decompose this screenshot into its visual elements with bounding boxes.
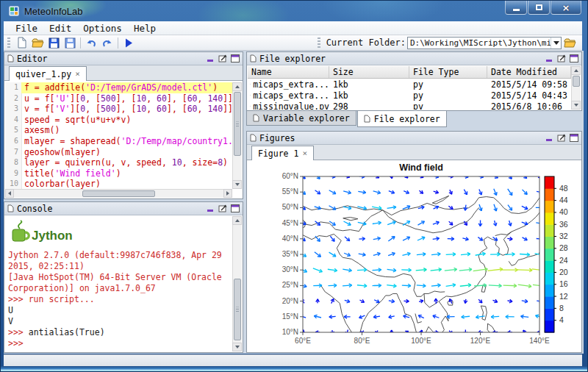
svg-text:60°E: 60°E — [295, 337, 311, 345]
panel-float-button[interactable] — [556, 134, 566, 142]
code-segment: ) — [116, 168, 121, 179]
file-row[interactable]: micaps_extra...1kbpy2015/5/14 04:43 — [248, 90, 571, 101]
scroll-down-button[interactable] — [232, 180, 242, 189]
panel-maximize-button[interactable] — [569, 54, 578, 62]
current-folder-value[interactable]: D:\Working\MIScript\Jython\mis — [408, 38, 551, 48]
combobox-dropdown-button[interactable] — [551, 37, 561, 49]
save-as-button[interactable] — [62, 36, 78, 50]
tab-variable-explorer[interactable]: Variable explorer — [246, 111, 356, 126]
app-icon — [8, 5, 20, 17]
panel-minimize-button[interactable] — [205, 204, 215, 212]
maximize-icon — [536, 4, 542, 10]
code-editor[interactable]: 1f = addfile('D:/Temp/GrADS/model.ctl')2… — [5, 82, 232, 189]
file-explorer-scrollbar[interactable] — [571, 66, 581, 110]
editor-horizontal-scrollbar[interactable] — [5, 189, 232, 198]
figures-panel-header[interactable]: Figures — [247, 132, 581, 145]
file-explorer-panel-header[interactable]: File explorer — [247, 52, 581, 65]
code-segment: f = addfile( — [24, 82, 85, 93]
scrollbar-thumb[interactable] — [234, 279, 241, 341]
scroll-down-button[interactable] — [571, 101, 581, 110]
panel-minimize-button[interactable] — [205, 54, 215, 62]
run-script-button[interactable] — [121, 36, 137, 50]
code-line[interactable]: 3v = f['V'][0, [500], [10, 60], [60, 140… — [5, 104, 232, 115]
code-line[interactable]: 4speed = sqrt(u*u+v*v) — [5, 115, 232, 126]
panel-float-button[interactable] — [218, 204, 227, 212]
code-text: colorbar(layer) — [21, 179, 232, 189]
code-line[interactable]: 2u = f['U'][0, [500], [10, 60], [60, 140… — [5, 93, 232, 104]
panel-float-button[interactable] — [218, 54, 227, 62]
code-line[interactable]: 8layer = quivern(u, v, speed, 10, size=8… — [5, 157, 232, 168]
scroll-up-button[interactable] — [571, 66, 581, 75]
panel-float-button[interactable] — [556, 54, 566, 62]
browse-folder-button[interactable] — [562, 36, 578, 50]
panel-maximize-button[interactable] — [230, 204, 240, 212]
editor-vertical-scrollbar[interactable] — [232, 82, 242, 189]
console-line: [Java HotSpot(TM) 64-Bit Server VM (Orac… — [8, 272, 229, 283]
code-line[interactable]: 6mlayer = shaperead('D:/Temp/map/country… — [5, 136, 232, 147]
editor-panel-header[interactable]: Editor — [4, 52, 243, 65]
workspace: Editor quiver_1.py × 1f = addfile('D:/Te… — [4, 51, 584, 354]
current-folder-combobox[interactable]: D:\Working\MIScript\Jython\mis — [407, 37, 562, 49]
panel-maximize-button[interactable] — [230, 54, 240, 62]
menu-item-options[interactable]: Options — [77, 22, 128, 35]
save-button[interactable] — [46, 36, 62, 50]
file-date-cell: 2015/6/8 10:06 — [487, 101, 571, 110]
scroll-down-button[interactable] — [232, 343, 242, 351]
scrollbar-thumb[interactable] — [82, 190, 155, 197]
tab-close-icon[interactable]: × — [302, 149, 307, 158]
console-vertical-scrollbar[interactable] — [232, 216, 242, 351]
code-segment: 500 — [101, 93, 116, 104]
column-header-date-modified[interactable]: Date Modified — [487, 66, 571, 78]
scroll-right-button[interactable] — [223, 189, 232, 198]
file-row[interactable]: micaps_extra...1kbpy2015/5/14 09:58 — [248, 79, 571, 90]
file-table-header[interactable]: NameSizeFile TypeDate Modified — [248, 66, 571, 79]
new-file-button[interactable] — [13, 36, 29, 50]
menu-item-file[interactable]: File — [10, 22, 43, 35]
toolbar-separator — [80, 37, 81, 49]
svg-text:45°N: 45°N — [282, 219, 298, 227]
toolbar-grip[interactable] — [7, 37, 10, 48]
maximize-button[interactable] — [528, 1, 550, 15]
menu-item-edit[interactable]: Edit — [43, 22, 77, 35]
panel-minimize-button[interactable] — [544, 134, 553, 142]
tab-close-icon[interactable]: × — [75, 69, 80, 79]
svg-text:Jython: Jython — [32, 229, 73, 243]
column-header-size[interactable]: Size — [329, 66, 409, 78]
console-line: V — [8, 316, 229, 327]
minimize-button[interactable] — [505, 1, 527, 15]
panel-maximize-button[interactable] — [569, 134, 578, 142]
scrollbar-thumb[interactable] — [234, 92, 241, 156]
window-titlebar[interactable]: MeteoInfoLab × — [1, 1, 587, 21]
close-button[interactable]: × — [551, 1, 581, 15]
scroll-up-button[interactable] — [232, 216, 242, 225]
svg-text:100°E: 100°E — [411, 337, 431, 345]
editor-tab[interactable]: quiver_1.py × — [9, 66, 87, 81]
undo-button[interactable] — [83, 36, 99, 50]
scrollbar-thumb[interactable] — [573, 76, 580, 87]
code-text: layer = quivern(u, v, speed, 10, size=8) — [21, 157, 232, 168]
tab-file-explorer[interactable]: File explorer — [357, 111, 447, 127]
code-line[interactable]: 9title('Wind field') — [5, 168, 232, 179]
console-line: >>> — [8, 338, 229, 349]
file-size-cell: 1kb — [329, 79, 409, 90]
code-segment: ) — [223, 157, 228, 168]
open-button[interactable] — [29, 36, 46, 50]
file-row[interactable]: missingvalue.py298py2015/6/8 10:06 — [248, 101, 571, 110]
console-panel-header[interactable]: Console — [4, 202, 243, 215]
scroll-up-button[interactable] — [232, 82, 242, 91]
redo-button[interactable] — [99, 36, 115, 50]
panel-minimize-button[interactable] — [544, 54, 553, 62]
code-line[interactable]: 7geoshow(mlayer) — [5, 147, 232, 158]
console-output[interactable]: Jython Jython 2.7.0 (default:9987c746f83… — [5, 216, 232, 351]
code-line[interactable]: 5axesm() — [5, 125, 232, 136]
code-segment: layer = quivern(u, v, speed, — [24, 157, 172, 168]
figure-tab[interactable]: Figure 1 × — [251, 146, 314, 160]
column-header-file-type[interactable]: File Type — [409, 66, 487, 78]
code-line[interactable]: 1f = addfile('D:/Temp/GrADS/model.ctl') — [5, 82, 232, 93]
toolbar-grip[interactable] — [318, 37, 320, 48]
column-header-name[interactable]: Name — [248, 66, 329, 78]
scroll-left-button[interactable] — [5, 189, 14, 198]
file-name-cell: micaps_extra... — [248, 79, 329, 90]
menu-item-help[interactable]: Help — [128, 22, 162, 35]
code-line[interactable]: 10colorbar(layer) — [5, 179, 232, 189]
